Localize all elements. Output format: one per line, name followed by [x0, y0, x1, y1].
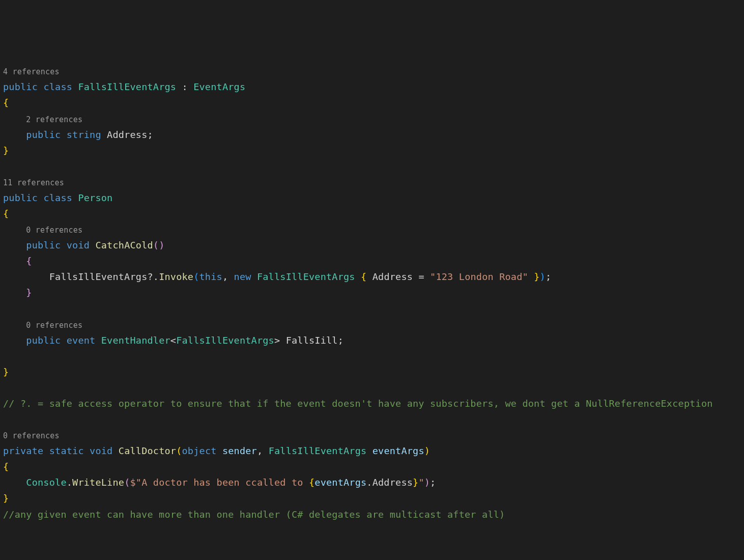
codelens[interactable]: 0 references: [26, 321, 82, 330]
property-name: Address: [373, 271, 413, 282]
event-name: FallsIill: [286, 335, 338, 346]
space: [251, 271, 257, 282]
string-literal: "123 London Road": [430, 271, 528, 282]
codelens[interactable]: 0 references: [26, 226, 82, 235]
method-call: WriteLine: [72, 477, 124, 488]
keyword-this: this: [199, 271, 222, 282]
keyword-string: string: [67, 129, 101, 140]
type-name: FallsIllEventArgs: [269, 445, 367, 456]
code-editor[interactable]: 4 references public class FallsIllEventA…: [3, 63, 741, 522]
codelens[interactable]: 11 references: [3, 178, 64, 187]
brace-close: }: [534, 271, 539, 282]
codelens[interactable]: 2 references: [26, 115, 82, 124]
method-name: CallDoctor: [119, 445, 176, 456]
keyword-public: public: [26, 129, 61, 140]
colon: :: [176, 81, 193, 92]
paren-open: (: [124, 477, 130, 488]
keyword-public: public: [3, 192, 38, 203]
comment: //any given event can have more than one…: [3, 509, 505, 520]
brace-open: {: [3, 461, 9, 472]
property-name: Address: [373, 477, 413, 488]
interp-open: {: [309, 477, 314, 488]
paren-close: ): [424, 477, 430, 488]
dot: .: [67, 477, 72, 488]
paren-open: (: [153, 240, 159, 250]
brace-open: {: [3, 208, 9, 219]
string-literal: ": [418, 477, 424, 488]
dollar: $: [130, 477, 135, 488]
type-name: FallsIllEventArgs: [78, 81, 176, 92]
brace-open: {: [26, 256, 32, 266]
angle-close: >: [274, 335, 280, 346]
codelens[interactable]: 0 references: [3, 431, 60, 440]
keyword-static: static: [49, 445, 84, 456]
keyword-object: object: [182, 445, 217, 456]
type-name: Person: [78, 192, 112, 203]
comment: // ?. = safe access operator to ensure t…: [3, 398, 713, 409]
type-name: FallsIllEventArgs: [176, 335, 274, 346]
type-name: EventArgs: [193, 81, 245, 92]
type-name: EventHandler: [101, 335, 170, 346]
param-name: sender: [222, 445, 257, 456]
keyword-void: void: [67, 240, 90, 250]
brace-close: }: [3, 493, 9, 503]
safe-access: ?.: [147, 271, 159, 282]
keyword-public: public: [26, 240, 61, 250]
comma: ,: [222, 271, 234, 282]
paren-close: ): [424, 445, 430, 456]
keyword-public: public: [3, 81, 38, 92]
keyword-event: event: [67, 335, 96, 346]
method-call: Invoke: [159, 271, 193, 282]
paren-close: ): [159, 240, 164, 250]
angle-open: <: [170, 335, 176, 346]
param-name: eventArgs: [373, 445, 424, 456]
semicolon: ;: [338, 335, 344, 346]
dot: .: [366, 477, 372, 488]
type-name: FallsIllEventArgs: [257, 271, 355, 282]
paren-close: ): [540, 271, 546, 282]
comma: ,: [257, 445, 269, 456]
keyword-class: class: [43, 81, 72, 92]
brace-open: {: [3, 97, 9, 108]
keyword-public: public: [26, 335, 61, 346]
method-name: CatchACold: [95, 240, 153, 250]
string-literal: "A doctor has been ccalled to: [136, 477, 309, 488]
brace-close: }: [3, 145, 9, 156]
semicolon: ;: [147, 129, 153, 140]
codelens[interactable]: 4 references: [3, 67, 60, 76]
keyword-class: class: [43, 192, 72, 203]
semicolon: ;: [546, 271, 551, 282]
identifier: FallsIllEventArgs: [49, 271, 148, 282]
brace-close: }: [3, 367, 9, 377]
paren-open: (: [176, 445, 182, 456]
paren-open: (: [193, 271, 199, 282]
brace-close: }: [26, 287, 32, 298]
type-name: Console: [26, 477, 66, 488]
keyword-new: new: [234, 271, 251, 282]
brace-open: {: [361, 271, 366, 282]
semicolon: ;: [430, 477, 436, 488]
interp-close: }: [413, 477, 418, 488]
keyword-private: private: [3, 445, 43, 456]
identifier: eventArgs: [314, 477, 366, 488]
field-name: Address: [107, 129, 147, 140]
equals: =: [413, 271, 430, 282]
keyword-void: void: [90, 445, 112, 456]
